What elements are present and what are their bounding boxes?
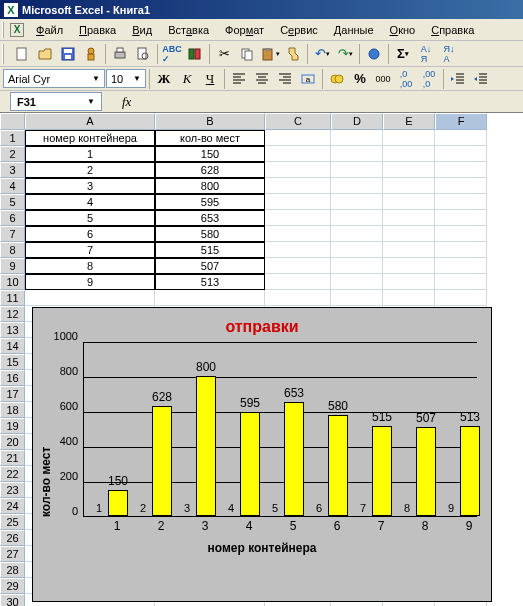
fx-icon[interactable]: fx bbox=[122, 94, 131, 110]
cell[interactable]: 595 bbox=[155, 194, 265, 210]
cell[interactable] bbox=[435, 242, 487, 258]
print-icon[interactable] bbox=[109, 43, 131, 65]
underline-icon[interactable]: Ч bbox=[199, 68, 221, 90]
cell[interactable] bbox=[265, 258, 331, 274]
row-header[interactable]: 28 bbox=[0, 562, 25, 578]
row-header[interactable]: 19 bbox=[0, 418, 25, 434]
row-header[interactable]: 26 bbox=[0, 530, 25, 546]
row-header[interactable]: 21 bbox=[0, 450, 25, 466]
cell[interactable]: 4 bbox=[25, 194, 155, 210]
cell[interactable]: 7 bbox=[25, 242, 155, 258]
cell[interactable] bbox=[383, 258, 435, 274]
cell[interactable] bbox=[265, 242, 331, 258]
menu-file[interactable]: Файл bbox=[28, 22, 71, 38]
row-header[interactable]: 15 bbox=[0, 354, 25, 370]
row-header[interactable]: 6 bbox=[0, 210, 25, 226]
permission-icon[interactable] bbox=[80, 43, 102, 65]
cell[interactable] bbox=[331, 210, 383, 226]
cell[interactable] bbox=[435, 210, 487, 226]
column-header-D[interactable]: D bbox=[331, 113, 383, 130]
cell[interactable]: 6 bbox=[25, 226, 155, 242]
row-header[interactable]: 23 bbox=[0, 482, 25, 498]
cell[interactable] bbox=[435, 274, 487, 290]
redo-icon[interactable]: ↷▾ bbox=[334, 43, 356, 65]
row-header[interactable]: 9 bbox=[0, 258, 25, 274]
cell[interactable] bbox=[435, 178, 487, 194]
cell[interactable] bbox=[265, 130, 331, 146]
save-icon[interactable] bbox=[57, 43, 79, 65]
menu-insert[interactable]: Вставка bbox=[160, 22, 217, 38]
row-header[interactable]: 5 bbox=[0, 194, 25, 210]
row-header[interactable]: 29 bbox=[0, 578, 25, 594]
cell[interactable] bbox=[331, 146, 383, 162]
align-center-icon[interactable] bbox=[251, 68, 273, 90]
row-header[interactable]: 20 bbox=[0, 434, 25, 450]
menu-view[interactable]: Вид bbox=[124, 22, 160, 38]
cell[interactable] bbox=[435, 130, 487, 146]
cell[interactable] bbox=[435, 290, 487, 306]
print-preview-icon[interactable] bbox=[132, 43, 154, 65]
paste-icon[interactable]: ▾ bbox=[259, 43, 281, 65]
row-header[interactable]: 11 bbox=[0, 290, 25, 306]
sort-asc-icon[interactable]: А↓Я bbox=[415, 43, 437, 65]
row-header[interactable]: 10 bbox=[0, 274, 25, 290]
chart-object[interactable]: отправки кол-во мест 02004006008001000 1… bbox=[32, 307, 492, 602]
cell[interactable] bbox=[383, 290, 435, 306]
undo-icon[interactable]: ↶▾ bbox=[311, 43, 333, 65]
cell[interactable]: 1 bbox=[25, 146, 155, 162]
cell[interactable]: кол-во мест bbox=[155, 130, 265, 146]
cell[interactable] bbox=[265, 290, 331, 306]
cell[interactable] bbox=[331, 290, 383, 306]
sort-desc-icon[interactable]: Я↓А bbox=[438, 43, 460, 65]
column-header-A[interactable]: A bbox=[25, 113, 155, 130]
autosum-icon[interactable]: Σ▾ bbox=[392, 43, 414, 65]
row-header[interactable]: 17 bbox=[0, 386, 25, 402]
research-icon[interactable] bbox=[184, 43, 206, 65]
align-right-icon[interactable] bbox=[274, 68, 296, 90]
decrease-indent-icon[interactable] bbox=[447, 68, 469, 90]
cell[interactable] bbox=[331, 178, 383, 194]
select-all-corner[interactable] bbox=[0, 113, 25, 130]
row-header[interactable]: 1 bbox=[0, 130, 25, 146]
column-header-F[interactable]: F bbox=[435, 113, 487, 130]
cell[interactable] bbox=[331, 130, 383, 146]
currency-icon[interactable] bbox=[326, 68, 348, 90]
percent-icon[interactable]: % bbox=[349, 68, 371, 90]
cell[interactable]: 653 bbox=[155, 210, 265, 226]
cell[interactable] bbox=[435, 258, 487, 274]
row-header[interactable]: 22 bbox=[0, 466, 25, 482]
cell[interactable] bbox=[331, 162, 383, 178]
cell[interactable] bbox=[265, 210, 331, 226]
increase-indent-icon[interactable] bbox=[470, 68, 492, 90]
cell[interactable]: 580 bbox=[155, 226, 265, 242]
cell[interactable]: 3 bbox=[25, 178, 155, 194]
cell[interactable] bbox=[435, 226, 487, 242]
worksheet-grid[interactable]: ABCDEF1номер контейнеракол-во мест211503… bbox=[0, 113, 523, 606]
row-header[interactable]: 27 bbox=[0, 546, 25, 562]
cell[interactable]: 515 bbox=[155, 242, 265, 258]
column-header-C[interactable]: C bbox=[265, 113, 331, 130]
cell[interactable] bbox=[331, 274, 383, 290]
cell[interactable] bbox=[265, 162, 331, 178]
format-painter-icon[interactable] bbox=[282, 43, 304, 65]
merge-center-icon[interactable]: a bbox=[297, 68, 319, 90]
cell[interactable] bbox=[331, 194, 383, 210]
cell[interactable] bbox=[383, 242, 435, 258]
row-header[interactable]: 7 bbox=[0, 226, 25, 242]
row-header[interactable]: 14 bbox=[0, 338, 25, 354]
cell[interactable] bbox=[383, 194, 435, 210]
cell[interactable]: 5 bbox=[25, 210, 155, 226]
cell[interactable] bbox=[331, 242, 383, 258]
menu-help[interactable]: Справка bbox=[423, 22, 482, 38]
menu-window[interactable]: Окно bbox=[382, 22, 424, 38]
cell[interactable] bbox=[435, 162, 487, 178]
menu-edit[interactable]: Правка bbox=[71, 22, 124, 38]
cell[interactable]: 507 bbox=[155, 258, 265, 274]
menu-format[interactable]: Формат bbox=[217, 22, 272, 38]
cell[interactable]: 628 bbox=[155, 162, 265, 178]
row-header[interactable]: 24 bbox=[0, 498, 25, 514]
column-header-B[interactable]: B bbox=[155, 113, 265, 130]
font-name-select[interactable]: Arial Cyr ▼ bbox=[3, 69, 105, 88]
row-header[interactable]: 4 bbox=[0, 178, 25, 194]
row-header[interactable]: 25 bbox=[0, 514, 25, 530]
